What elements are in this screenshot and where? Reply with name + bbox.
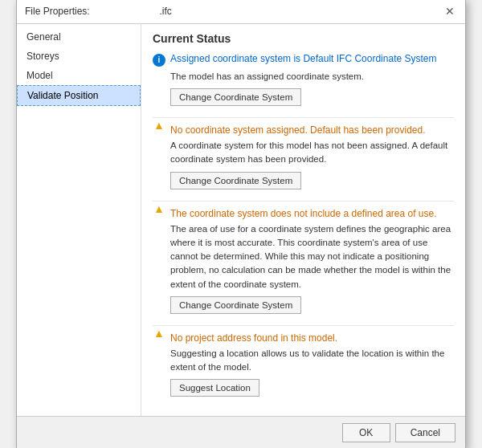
change-coordinate-system-button-2[interactable]: Change Coordinate System bbox=[170, 172, 301, 189]
dialog-footer: OK Cancel bbox=[17, 416, 465, 448]
content-area: Current Status i Assigned coordinate sys… bbox=[141, 24, 465, 417]
section-body-4: Suggesting a location allows us to valid… bbox=[170, 347, 454, 375]
sidebar-item-storeys[interactable]: Storeys bbox=[17, 47, 141, 66]
section-coordinate-assigned: i Assigned coordinate system is Default … bbox=[153, 53, 454, 106]
section-header-2: No coordinate system assigned. Default h… bbox=[153, 124, 454, 136]
dialog-title: File Properties: .ifc bbox=[25, 6, 172, 17]
change-coordinate-system-button-3[interactable]: Change Coordinate System bbox=[170, 296, 301, 314]
section-body: The model has an assigned coordinate sys… bbox=[170, 70, 454, 83]
close-icon: ✕ bbox=[445, 6, 455, 17]
ok-button[interactable]: OK bbox=[342, 423, 390, 442]
section-header-text: Assigned coordinate system is Default IF… bbox=[170, 53, 436, 64]
divider-3 bbox=[153, 325, 454, 326]
dialog-body: General Storeys Model Validate Position … bbox=[17, 24, 465, 417]
section-header-text-4: No project address found in this model. bbox=[170, 332, 337, 344]
divider-2 bbox=[153, 201, 454, 202]
divider-1 bbox=[153, 117, 454, 118]
section-header-3: The coordinate system does not include a… bbox=[153, 208, 454, 219]
sidebar-item-validate-position[interactable]: Validate Position bbox=[17, 85, 141, 106]
info-icon: i bbox=[153, 54, 165, 67]
section-header-text-3: The coordinate system does not include a… bbox=[170, 208, 437, 219]
section-no-project-address: No project address found in this model. … bbox=[153, 332, 454, 397]
cancel-button[interactable]: Cancel bbox=[395, 423, 455, 442]
section-no-area-of-use: The coordinate system does not include a… bbox=[153, 208, 454, 314]
section-header-4: No project address found in this model. bbox=[153, 332, 454, 344]
change-coordinate-system-button-1[interactable]: Change Coordinate System bbox=[170, 88, 301, 106]
content-title: Current Status bbox=[153, 32, 454, 45]
sidebar: General Storeys Model Validate Position bbox=[17, 24, 141, 417]
close-button[interactable]: ✕ bbox=[443, 4, 457, 18]
sidebar-item-model[interactable]: Model bbox=[17, 66, 141, 85]
suggest-location-button[interactable]: Suggest Location bbox=[170, 379, 259, 397]
file-properties-dialog: File Properties: .ifc ✕ General Storeys … bbox=[16, 0, 466, 448]
section-no-coordinate: No coordinate system assigned. Default h… bbox=[153, 124, 454, 189]
section-body-2: A coordinate system for this model has n… bbox=[170, 139, 454, 167]
section-header-text-2: No coordinate system assigned. Default h… bbox=[170, 124, 426, 136]
title-bar: File Properties: .ifc ✕ bbox=[17, 0, 465, 24]
section-body-3: The area of use for a coordinate system … bbox=[170, 222, 454, 291]
sidebar-item-general[interactable]: General bbox=[17, 27, 141, 47]
section-header: i Assigned coordinate system is Default … bbox=[153, 53, 454, 67]
